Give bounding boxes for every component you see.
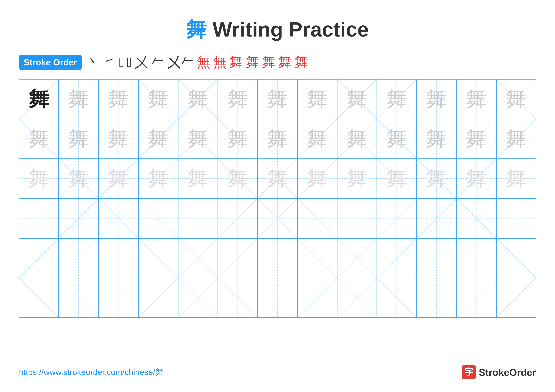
grid-cell[interactable]: 舞 (297, 119, 337, 159)
footer-url[interactable]: https://www.strokeorder.com/chinese/舞 (19, 367, 163, 378)
grid-cell[interactable]: 舞 (337, 159, 377, 199)
grid-cell[interactable] (258, 199, 297, 238)
stroke-order-badge: Stroke Order (19, 55, 82, 70)
grid-cell[interactable]: 舞 (99, 159, 138, 199)
practice-char-light: 舞 (506, 85, 526, 113)
grid-cell[interactable]: 舞 (19, 119, 59, 159)
grid-cell[interactable]: 舞 (258, 119, 297, 159)
title-character: 舞 (186, 18, 207, 41)
grid-cell[interactable] (456, 238, 496, 278)
grid-cell[interactable] (138, 238, 178, 278)
grid-cell[interactable]: 舞 (59, 79, 98, 119)
grid-cell[interactable] (178, 199, 218, 238)
grid-cell[interactable] (417, 199, 456, 238)
grid-cell[interactable]: 舞 (297, 79, 337, 119)
grid-cell[interactable]: 舞 (456, 159, 496, 199)
grid-cell[interactable]: 舞 (417, 159, 456, 199)
grid-cell[interactable]: 舞 (377, 119, 416, 159)
grid-cell[interactable]: 舞 (178, 79, 218, 119)
grid-cell[interactable] (138, 278, 178, 318)
practice-char-light: 舞 (307, 125, 328, 153)
grid-cell[interactable]: 舞 (138, 159, 178, 199)
grid-cell[interactable] (297, 278, 337, 318)
grid-cell[interactable] (337, 199, 377, 238)
grid-cell[interactable] (377, 278, 416, 318)
practice-char-light: 舞 (387, 85, 407, 113)
grid-cell[interactable]: 舞 (19, 159, 59, 199)
footer: https://www.strokeorder.com/chinese/舞 字 … (19, 365, 536, 379)
grid-row-4 (19, 199, 536, 238)
grid-cell[interactable]: 舞 (19, 79, 59, 119)
stroke-order-row: Stroke Order 丶 ㇀ 𠃋 𠂇 㐅 𠂉 㐅𠂉 無 無 舞 舞 舞 舞 … (19, 53, 536, 71)
grid-cell[interactable] (417, 238, 456, 278)
grid-cell[interactable] (59, 238, 98, 278)
practice-char-light: 舞 (466, 85, 487, 113)
practice-char-lighter: 舞 (466, 165, 487, 192)
logo-icon: 字 (462, 365, 476, 379)
grid-cell[interactable]: 舞 (258, 159, 297, 199)
grid-cell[interactable]: 舞 (297, 159, 337, 199)
practice-char-light: 舞 (148, 125, 168, 153)
grid-cell[interactable]: 舞 (337, 79, 377, 119)
grid-cell[interactable] (59, 278, 98, 318)
stroke-12: 舞 (262, 53, 275, 71)
grid-cell[interactable]: 舞 (496, 79, 536, 119)
grid-cell[interactable] (258, 238, 297, 278)
grid-cell[interactable]: 舞 (138, 79, 178, 119)
grid-cell[interactable]: 舞 (377, 159, 416, 199)
grid-cell[interactable]: 舞 (178, 159, 218, 199)
grid-cell[interactable]: 舞 (59, 159, 98, 199)
grid-cell[interactable] (218, 199, 258, 238)
grid-cell[interactable]: 舞 (337, 119, 377, 159)
grid-cell[interactable]: 舞 (417, 79, 456, 119)
stroke-7: 㐅𠂉 (167, 53, 194, 71)
grid-cell[interactable]: 舞 (417, 119, 456, 159)
grid-cell[interactable] (99, 238, 138, 278)
grid-cell[interactable]: 舞 (258, 79, 297, 119)
grid-cell[interactable] (377, 238, 416, 278)
grid-cell[interactable] (377, 199, 416, 238)
grid-cell[interactable] (496, 278, 536, 318)
grid-cell[interactable] (456, 199, 496, 238)
grid-cell[interactable]: 舞 (377, 79, 416, 119)
practice-char-light: 舞 (29, 125, 49, 153)
practice-char-lighter: 舞 (307, 165, 328, 192)
grid-cell[interactable]: 舞 (218, 159, 258, 199)
grid-cell[interactable] (138, 199, 178, 238)
grid-cell[interactable]: 舞 (218, 119, 258, 159)
grid-cell[interactable]: 舞 (59, 119, 98, 159)
grid-cell[interactable] (496, 238, 536, 278)
grid-cell[interactable] (297, 238, 337, 278)
stroke-6: 𠂉 (151, 55, 164, 70)
practice-char-light: 舞 (347, 85, 367, 113)
grid-cell[interactable] (19, 199, 59, 238)
grid-cell[interactable] (456, 278, 496, 318)
grid-cell[interactable] (337, 278, 377, 318)
grid-cell[interactable]: 舞 (218, 79, 258, 119)
grid-cell[interactable]: 舞 (99, 79, 138, 119)
grid-cell[interactable]: 舞 (496, 119, 536, 159)
grid-cell[interactable]: 舞 (456, 119, 496, 159)
grid-cell[interactable] (99, 199, 138, 238)
grid-cell[interactable] (178, 278, 218, 318)
grid-cell[interactable] (417, 278, 456, 318)
grid-row-1: 舞 舞 舞 舞 舞 舞 舞 舞 舞 舞 舞 舞 舞 (19, 79, 536, 119)
grid-cell[interactable] (218, 278, 258, 318)
grid-cell[interactable] (178, 238, 218, 278)
grid-cell[interactable]: 舞 (178, 119, 218, 159)
grid-cell[interactable]: 舞 (99, 119, 138, 159)
grid-cell[interactable] (258, 278, 297, 318)
grid-cell[interactable] (59, 199, 98, 238)
stroke-sequence: 丶 ㇀ 𠃋 𠂇 㐅 𠂉 㐅𠂉 無 無 舞 舞 舞 舞 舞 (86, 53, 308, 71)
practice-char-light: 舞 (267, 125, 288, 153)
grid-cell[interactable] (297, 199, 337, 238)
grid-cell[interactable] (99, 278, 138, 318)
grid-cell[interactable] (19, 238, 59, 278)
grid-cell[interactable] (19, 278, 59, 318)
grid-cell[interactable] (218, 238, 258, 278)
grid-cell[interactable]: 舞 (138, 119, 178, 159)
grid-cell[interactable]: 舞 (456, 79, 496, 119)
grid-cell[interactable] (337, 238, 377, 278)
grid-cell[interactable] (496, 199, 536, 238)
grid-cell[interactable]: 舞 (496, 159, 536, 199)
